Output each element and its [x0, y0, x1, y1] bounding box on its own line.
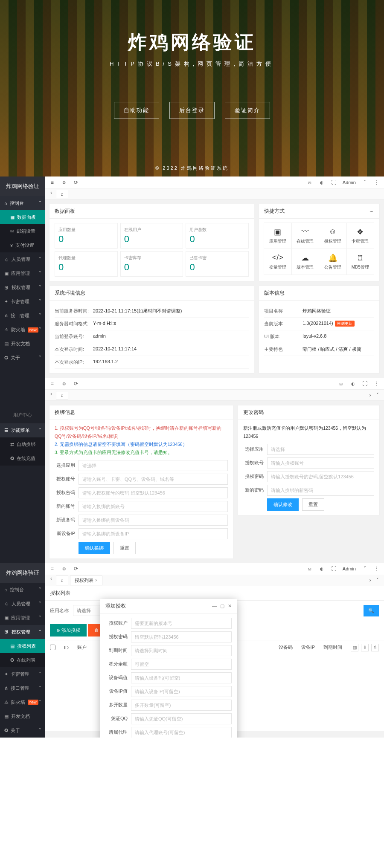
- modal-password-input[interactable]: [131, 631, 232, 642]
- sidebar-item-about[interactable]: ✪关于˅: [0, 723, 45, 738]
- intro-button[interactable]: 验证简介: [225, 102, 270, 119]
- fullscreen-icon[interactable]: ⛶: [331, 566, 337, 572]
- sidebar-item-docs[interactable]: ▤开发文档: [0, 337, 45, 351]
- sidebar-item-recharge[interactable]: ✪在线充值: [0, 451, 45, 466]
- account-input[interactable]: [267, 457, 374, 469]
- sidebar-item-menu[interactable]: ☰功能菜单˄: [0, 423, 45, 437]
- quick-var[interactable]: </>变量管理: [264, 249, 291, 275]
- tab-home[interactable]: ⌂: [56, 576, 68, 585]
- quick-auth[interactable]: ☺授权管理: [319, 223, 346, 249]
- tab-home[interactable]: ⌂: [56, 391, 68, 399]
- search-button[interactable]: 🔍: [364, 605, 379, 616]
- fullscreen-icon[interactable]: ⛶: [331, 179, 337, 185]
- sidebar-item-console[interactable]: ⌂控制台˄: [0, 196, 45, 210]
- modal-agent-input[interactable]: [131, 727, 232, 738]
- chevron-down-icon[interactable]: ˅: [375, 392, 381, 398]
- new-ip-input[interactable]: [79, 528, 228, 539]
- chevron-down-icon[interactable]: ˅: [362, 179, 368, 185]
- minimize-icon[interactable]: —: [212, 603, 217, 609]
- modal-ip-input[interactable]: [131, 686, 232, 697]
- sidebar-item-card[interactable]: ✦卡密管理˅: [0, 667, 45, 681]
- close-icon[interactable]: ×: [95, 578, 98, 583]
- modal-device-input[interactable]: [131, 672, 232, 683]
- sidebar-item-app[interactable]: ▣应用管理˅: [0, 611, 45, 625]
- menu-toggle-icon[interactable]: ≡: [49, 381, 55, 387]
- tab-next-icon[interactable]: ›: [367, 577, 373, 583]
- message-icon[interactable]: ✉: [338, 381, 344, 387]
- sidebar-item-console[interactable]: ⌂控制台˅: [0, 583, 45, 597]
- add-auth-button[interactable]: ⊕ 添加授权: [50, 624, 87, 637]
- quick-notice[interactable]: 🔔公告管理: [319, 249, 346, 275]
- tab-prev-icon[interactable]: ‹: [48, 190, 54, 196]
- message-icon[interactable]: ✉: [307, 179, 313, 185]
- self-service-button[interactable]: 自助功能: [114, 102, 159, 119]
- new-account-input[interactable]: [79, 501, 228, 512]
- sidebar-item-api[interactable]: ⋔接口管理˅: [0, 309, 45, 323]
- sidebar-item-auth[interactable]: ⛨授权管理˄: [0, 625, 45, 639]
- theme-icon[interactable]: ◐: [319, 566, 325, 572]
- app-select[interactable]: [267, 444, 374, 455]
- tab-home[interactable]: ⌂: [56, 190, 68, 198]
- quick-card[interactable]: ❖卡密管理: [346, 223, 374, 249]
- password-input[interactable]: [267, 471, 374, 482]
- refresh-icon[interactable]: ⟳: [73, 566, 79, 572]
- sidebar-item-dashboard[interactable]: ▦数据面板: [0, 210, 45, 224]
- password-input[interactable]: [79, 487, 228, 498]
- more-icon[interactable]: ⋮: [374, 179, 380, 185]
- update-badge[interactable]: 检测更新: [335, 321, 355, 327]
- select-all-checkbox[interactable]: [50, 645, 55, 650]
- sidebar-item-user[interactable]: ☺人员管理˅: [0, 252, 45, 266]
- rebind-submit-button[interactable]: 确认换绑: [79, 542, 110, 554]
- modal-multi-input[interactable]: [131, 700, 232, 711]
- tab-prev-icon[interactable]: ‹: [48, 576, 54, 582]
- tab-next-icon[interactable]: ›: [367, 392, 373, 398]
- modal-qq-input[interactable]: [131, 713, 232, 724]
- new-device-input[interactable]: [79, 515, 228, 526]
- admin-login-button[interactable]: 后台登录: [169, 102, 215, 119]
- menu-toggle-icon[interactable]: ≡: [49, 179, 55, 185]
- quick-online[interactable]: 〰在线管理: [291, 223, 319, 249]
- sidebar-item-auth-list[interactable]: ▤授权列表: [0, 639, 45, 653]
- rebind-reset-button[interactable]: 重置: [113, 542, 136, 554]
- maximize-icon[interactable]: ▢: [220, 603, 224, 609]
- sidebar-item-pay[interactable]: ¥支付设置: [0, 238, 45, 252]
- settings-icon[interactable]: ⚙: [61, 179, 67, 185]
- print-icon[interactable]: ⎙: [371, 644, 379, 651]
- sidebar-item-docs[interactable]: ▤开发文档: [0, 709, 45, 723]
- export-icon[interactable]: ⇩: [361, 644, 369, 651]
- admin-dropdown[interactable]: Admin: [343, 566, 356, 571]
- theme-icon[interactable]: ◐: [319, 179, 325, 185]
- sidebar-item-mail[interactable]: ✉邮箱设置: [0, 224, 45, 238]
- more-icon[interactable]: ⋯: [368, 208, 374, 214]
- message-icon[interactable]: ✉: [307, 566, 313, 572]
- chevron-down-icon[interactable]: ˅: [362, 566, 368, 572]
- close-icon[interactable]: ✕: [228, 603, 232, 609]
- quick-md5[interactable]: ♖MD5管理: [346, 249, 374, 275]
- sidebar-item-firewall[interactable]: ⚠防火墙new˅: [0, 695, 45, 709]
- sidebar-item-card[interactable]: ✦卡密管理˅: [0, 295, 45, 309]
- quick-ver[interactable]: ☁版本管理: [291, 249, 319, 275]
- app-select[interactable]: [79, 460, 228, 471]
- sidebar-item-firewall[interactable]: ⚠防火墙new˅: [0, 323, 45, 337]
- sidebar-item-about[interactable]: ✪关于˅: [0, 351, 45, 365]
- modal-expire-input[interactable]: [131, 645, 232, 656]
- sidebar-item-online-list[interactable]: ✪在线列表: [0, 653, 45, 667]
- tab-auth-list[interactable]: 授权列表×: [70, 576, 102, 585]
- sidebar-item-user[interactable]: ☺人员管理˅: [0, 597, 45, 611]
- account-input[interactable]: [79, 474, 228, 485]
- admin-dropdown[interactable]: Admin: [343, 180, 356, 185]
- refresh-icon[interactable]: ⟳: [73, 381, 79, 387]
- refresh-icon[interactable]: ⟳: [73, 179, 79, 185]
- settings-icon[interactable]: ⚙: [61, 566, 67, 572]
- fullscreen-icon[interactable]: ⛶: [362, 381, 368, 387]
- sidebar-item-auth[interactable]: ⛨授权管理˅: [0, 281, 45, 295]
- sidebar-item-api[interactable]: ⋔接口管理˅: [0, 681, 45, 695]
- chevron-down-icon[interactable]: ˅: [375, 577, 381, 583]
- settings-icon[interactable]: ⚙: [61, 381, 67, 387]
- menu-toggle-icon[interactable]: ≡: [49, 566, 55, 572]
- password-reset-button[interactable]: 重置: [302, 498, 324, 511]
- sidebar-item-self-rebind[interactable]: ⇄自助换绑: [0, 437, 45, 451]
- sidebar-item-app[interactable]: ▣应用管理˅: [0, 266, 45, 281]
- more-icon[interactable]: ⋮: [374, 381, 380, 387]
- tab-prev-icon[interactable]: ‹: [48, 391, 54, 397]
